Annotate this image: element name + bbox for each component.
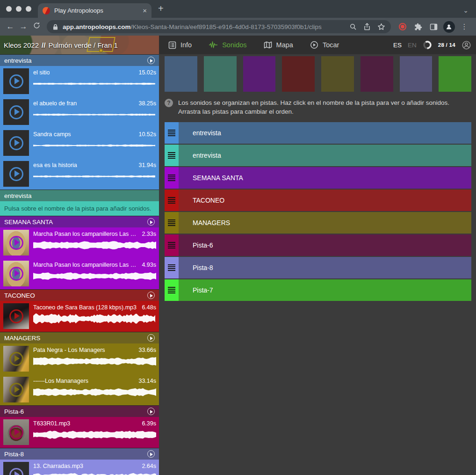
record-extension-icon[interactable] [397,21,409,33]
clip[interactable]: el sitio15.02s [0,66,159,97]
track-row-name-button[interactable]: TACONEO [179,190,471,211]
profile-avatar[interactable] [443,21,455,33]
tab-info[interactable]: Info [168,41,192,49]
clip-thumbnail[interactable] [3,130,29,156]
browser-tab[interactable]: Play Antropoloops × [38,3,151,18]
color-swatch[interactable] [243,56,276,92]
track-row-name-button[interactable]: Pista-8 [179,257,471,278]
track-row[interactable]: MANAGERS [165,212,471,234]
track-row[interactable]: entrevista [165,122,471,144]
project-banner[interactable]: Kleos 2022//Pulmón verde / Fran 1 [0,36,159,54]
drag-handle[interactable] [165,279,179,301]
clip-thumbnail[interactable] [3,303,29,329]
color-swatch[interactable] [439,56,471,92]
color-swatch[interactable] [400,56,433,92]
drag-handle[interactable] [165,212,179,234]
drag-handle[interactable] [165,145,179,166]
new-tab-button[interactable]: + [158,3,164,14]
zoom-page-icon[interactable] [349,23,357,30]
bookmark-star-icon[interactable] [377,23,385,31]
share-icon[interactable] [363,23,371,30]
clip-thumbnail[interactable] [3,377,29,402]
lang-es-button[interactable]: ES [393,42,402,49]
clip-duration: 38.25s [138,100,156,107]
tab-search-chevron-icon[interactable]: ⌄ [463,7,469,14]
clip-thumbnail[interactable] [3,462,29,475]
clip[interactable]: esa es la historia31.94s [0,159,159,190]
account-icon[interactable] [462,40,471,50]
play-track-button[interactable] [147,408,155,415]
color-swatch[interactable] [282,56,315,92]
track-header-managers[interactable]: MANAGERS [0,332,159,343]
tab-close-icon[interactable]: × [143,7,147,14]
track-header-entrevista-blue[interactable]: entrevista [0,55,159,66]
color-swatch[interactable] [361,56,393,92]
drag-handle[interactable] [165,167,179,189]
clip-duration: 33.66s [138,346,156,354]
side-panel-icon[interactable] [427,21,440,33]
back-button[interactable]: ← [4,22,17,31]
clip[interactable]: Sandra camps10.52s [0,128,159,159]
track-row-name-button[interactable]: MANAGERS [179,212,471,234]
clip-thumbnail[interactable] [3,161,29,187]
track-row[interactable]: SEMANA SANTA [165,167,471,189]
window-minimize-button[interactable] [16,6,22,12]
lang-en-button[interactable]: EN [408,42,417,49]
track-row[interactable]: Pista-7 [165,279,471,301]
clip[interactable]: Marcha Pasan los campanilleros Las Mejor… [0,227,159,258]
clip-thumbnail[interactable] [3,261,29,286]
color-swatch[interactable] [165,56,197,92]
drag-handle[interactable] [165,257,179,278]
clip[interactable]: Taconeo de Sara Baras (128 kbps).mp36.48… [0,301,159,332]
track-row[interactable]: entrevista [165,145,471,166]
track-row-name-button[interactable]: SEMANA SANTA [179,167,471,189]
clip-thumbnail[interactable] [3,419,29,445]
drag-handle[interactable] [165,122,179,144]
clip-thumbnail[interactable] [3,99,29,125]
track-header-taconeo[interactable]: TACONEO [0,290,159,301]
clip-thumbnail[interactable] [3,346,29,372]
tab-tocar[interactable]: Tocar [310,41,339,49]
track-row[interactable]: Pista-6 [165,234,471,256]
color-swatch[interactable] [204,56,237,92]
track-row-name-button[interactable]: entrevista [179,122,471,144]
clip-thumbnail[interactable] [3,230,29,256]
browser-menu-icon[interactable]: ⋮ [458,21,470,33]
drag-handle[interactable] [165,234,179,256]
play-track-button[interactable] [147,334,155,342]
forward-button[interactable]: → [17,22,30,31]
clip-thumbnail[interactable] [3,68,29,94]
tab-mapa[interactable]: Mapa [264,41,293,49]
clip[interactable]: Marcha Pasan los campanilleros Las Mejor… [0,258,159,289]
clip[interactable]: el abuelo de fran38.25s [0,97,159,128]
play-circle-icon [310,41,318,49]
clip-waveform [33,270,156,283]
extensions-puzzle-icon[interactable] [412,21,424,33]
clip-play-icon [9,74,23,88]
clip[interactable]: T633R01.mp36.39s [0,417,159,448]
track-row-name-button[interactable]: Pista-7 [179,279,471,301]
track-row-name-button[interactable]: Pista-6 [179,234,471,256]
window-controls[interactable] [6,6,31,12]
track-row[interactable]: Pista-8 [165,257,471,278]
track-header-entrevista-teal[interactable]: entrevista [0,190,159,201]
window-maximize-button[interactable] [26,6,31,12]
reload-button[interactable] [30,22,43,32]
track-header-pista-8[interactable]: Pista-8 [0,448,159,460]
url-bar[interactable]: app.antropoloops.com/Kleos-Santa-Marina/… [47,20,391,33]
clip[interactable]: ------Los Mananagers33.14s [0,374,159,405]
track-row-name-button[interactable]: entrevista [179,145,471,166]
play-track-button[interactable] [147,292,155,299]
play-track-button[interactable] [147,218,155,226]
track-header-semana-santa[interactable]: SEMANA SANTA [0,216,159,227]
clip[interactable]: Pata Negra - Los Managers33.66s [0,343,159,374]
tab-sonidos[interactable]: Sonidos [209,41,246,49]
track-header-pista-6[interactable]: Pista-6 [0,406,159,417]
play-track-button[interactable] [147,57,155,64]
drag-handle[interactable] [165,190,179,211]
play-track-button[interactable] [147,450,155,458]
clip[interactable]: 13. Charradas.mp32.64s [0,460,159,475]
color-swatch[interactable] [321,56,354,92]
window-close-button[interactable] [6,6,12,12]
track-row[interactable]: TACONEO [165,190,471,211]
